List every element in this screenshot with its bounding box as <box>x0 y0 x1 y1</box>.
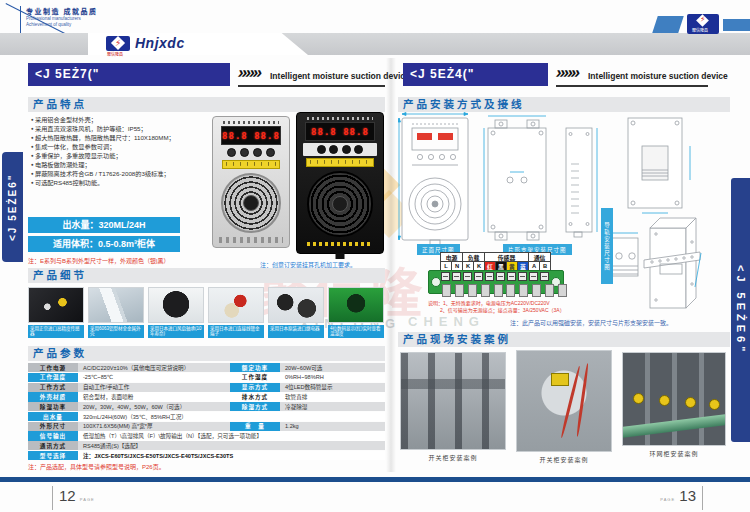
subtitle-rule <box>556 85 708 87</box>
param-value: 低湿加热（T）\高湿排风（F）\故障输出（N）【选配，只可选一项功能】 <box>78 431 385 440</box>
tagline-cn: 专业制造 成就品质 <box>26 6 144 16</box>
feature-item: 多重保护，多重故障显示功能； <box>31 151 211 160</box>
case-item: 环网柜安装案例 <box>622 352 726 458</box>
param-label: 通讯方式 <box>28 441 78 450</box>
label-dots <box>307 117 373 120</box>
header-parallelogram <box>652 16 684 33</box>
wiring-note-2: 2、信号输出为无源接点；接点容量：3A/250VAC（3A） <box>440 307 565 314</box>
fan-grille <box>221 173 281 233</box>
rail-tab: 导轨安装尺寸图 <box>601 208 613 284</box>
terminal-group: 电源 <box>441 253 463 262</box>
left-page-subtitle: Intelligent moisture suction device <box>270 71 410 81</box>
case-caption: 环网柜安装案例 <box>622 449 726 458</box>
detail-caption: 采用6063铝型材全金属外壳 <box>88 325 144 338</box>
param-row: 外形尺寸 100X71.6X56(MM) 高*宽*厚 重 量 1.2kg <box>28 422 385 431</box>
device-button <box>342 145 351 154</box>
footer-rule <box>0 477 750 482</box>
param-label: 工作湿度 <box>230 373 280 382</box>
header-logo-icon: ⚡ 聚信隆昌 <box>687 14 719 34</box>
catalog-spread: 专业制造 成就品质 Professional manufacturers Ach… <box>0 0 750 512</box>
param-label: 额定功率 <box>230 363 280 372</box>
detail-caption: 4位数码显示(红)实时查看温湿度 <box>328 325 384 338</box>
section-heading-params: 产品参数 <box>28 346 385 361</box>
detail-thumb: 采用正宗进口高精度传感器 <box>28 287 84 338</box>
param-label: 外壳材质 <box>28 392 78 401</box>
param-value: 自动工作/手动工作 <box>78 383 230 392</box>
feature-item: 超大热阻散热器，热阻散热器尺寸：110X180MM； <box>31 133 211 142</box>
detail-photo <box>148 287 204 323</box>
wiring-note-1: 说明：1、无特殊要求时，电源电压为AC220V/DC220V <box>428 300 550 307</box>
param-label: 型号选择 <box>28 451 78 460</box>
detail-caption: 采用日本进口连接线镀金端子 <box>208 325 264 338</box>
detail-thumb: 采用6063铝型材全金属外壳 <box>88 287 144 338</box>
param-label: 除湿方式 <box>230 402 280 411</box>
feature-item: 采用铝合金型材外壳； <box>31 115 211 124</box>
case-item: 开关柜安装案例 <box>400 352 506 462</box>
header-logo-cn: 聚信隆昌 <box>692 27 708 33</box>
header-blue-bar <box>723 19 750 31</box>
right-page-title-bar: <J 5EŻ4(" <box>403 63 548 86</box>
subtitle-rule <box>238 85 385 87</box>
param-row: 工作方式 自动工作/手动工作 显示方式 4位LED数码管显示 <box>28 383 385 392</box>
param-row: 除湿功率 20W，30W，40W，50W，60W（可选） 除湿方式 冷凝除湿 <box>28 402 385 411</box>
feature-item: 可选配RS485控制功能。 <box>31 178 211 187</box>
param-label: 外形尺寸 <box>28 422 78 431</box>
chevrons-icon: »»» <box>554 63 581 83</box>
param-label: 排水方式 <box>230 392 280 401</box>
detail-thumb: 采用日本进口风扇轴承(10年寿命) <box>148 287 204 338</box>
fan-grille <box>307 171 373 237</box>
warning-sticker <box>306 158 374 167</box>
button-row <box>225 148 277 157</box>
param-value: 软管直排 <box>280 392 385 401</box>
right-page-subtitle: Intelligent moisture suction device <box>588 71 728 81</box>
param-value: 100X71.6X56(MM) 高*宽*厚 <box>78 422 230 431</box>
detail-thumb: 采用日本原装进口继电器 <box>268 287 324 338</box>
section-heading-install: 产品安装方式及接线 <box>398 97 730 112</box>
right-page-title: <J 5EŻ4(" <box>410 67 474 81</box>
led-display: 88.8 88.8 <box>305 122 375 141</box>
product-photo-silver: 88.8 88.8 <box>212 116 290 248</box>
tagline-en2: Achievement of quality <box>26 22 144 28</box>
param-row: 出水量 320mL/24H(60W)（35℃、85%RH工况） <box>28 412 385 421</box>
water-output-bar: 出水量：320ML/24H <box>28 217 180 233</box>
volume-bar: 适用体积：0.5-0.8m³柜体 <box>28 236 180 252</box>
page-label: PAGE <box>660 497 675 502</box>
param-value: 320mL/24H(60W)（35℃、85%RH工况） <box>78 412 385 421</box>
feature-item: 采用直流双滚珠风机，防护等级：IP55； <box>31 124 211 133</box>
param-label: 重 量 <box>230 422 280 431</box>
detail-caption: 采用日本原装进口继电器 <box>268 325 324 338</box>
device-button <box>227 148 236 157</box>
brand-logo-icon: ⚡ 聚信隆昌 <box>106 36 130 51</box>
drain-tab <box>336 253 345 259</box>
label-dots <box>223 121 279 124</box>
detail-thumb: 采用日本进口连接线镀金端子 <box>208 287 264 338</box>
page-number-left: 12 PAGE <box>52 486 95 510</box>
product-photo-black: 88.8 88.8 <box>296 112 384 254</box>
param-row: 工作温度 -25℃~85℃ 工作湿度 0%RH~98%RH <box>28 373 385 382</box>
tagline: 专业制造 成就品质 Professional manufacturers Ach… <box>20 6 144 34</box>
param-value: 注：JXCS-E60TS/JXCS-E50TS/JXCS-E40TS/JXCS-… <box>78 451 385 460</box>
param-label: 显示方式 <box>230 383 280 392</box>
side-tab-left: <J 5EŻE6" <box>2 152 23 262</box>
detail-photo <box>28 287 84 323</box>
page-number-right: PAGE 13 <box>648 486 703 510</box>
device-button <box>253 148 262 157</box>
terminal-group: 通信 <box>529 253 551 262</box>
device-foot-label <box>219 237 283 243</box>
page-label: PAGE <box>80 497 95 502</box>
detail-caption: 采用日本进口风扇轴承(10年寿命) <box>148 325 204 338</box>
params-note: 注：产品选配，具体型号请参照型号说明，P26页。 <box>28 462 165 471</box>
terminal-screws <box>441 272 549 281</box>
param-value: 冷凝除湿 <box>280 402 385 411</box>
param-value: RS485通讯(S)【选配】 <box>78 441 385 450</box>
terminal-label-table: 电源 负载 传感器 通信 L N K K 红 黑 黄 蓝 A B <box>440 252 551 271</box>
param-label: 除湿功率 <box>28 402 78 411</box>
param-value: 0%RH~98%RH <box>280 373 385 382</box>
param-value: -25℃~85℃ <box>78 373 230 382</box>
device-button <box>240 148 249 157</box>
device-button <box>354 145 363 154</box>
side-tab-right: <J 5EŻE6" <box>731 178 750 442</box>
case-caption: 开关柜安装案例 <box>400 453 506 462</box>
led-display: 88.8 88.8 <box>221 126 281 145</box>
feature-item: 电路板做防潮处理； <box>31 160 211 169</box>
